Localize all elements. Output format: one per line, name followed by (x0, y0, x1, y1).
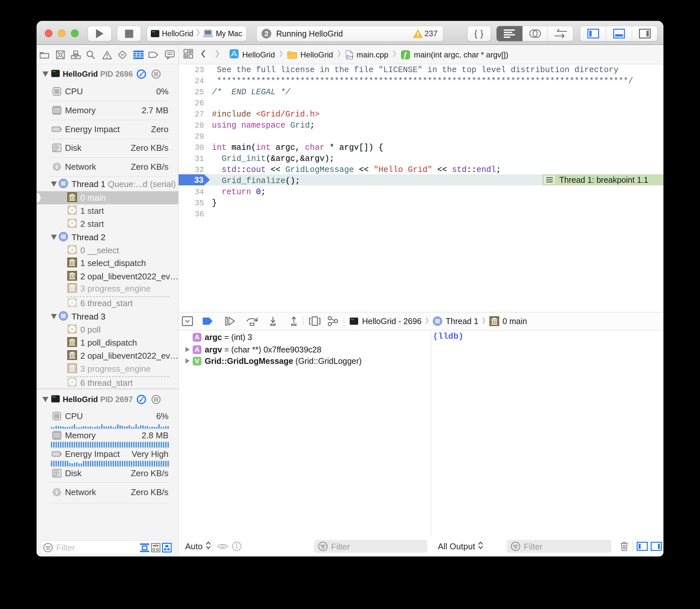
svg-text:C++: C++ (347, 54, 353, 58)
